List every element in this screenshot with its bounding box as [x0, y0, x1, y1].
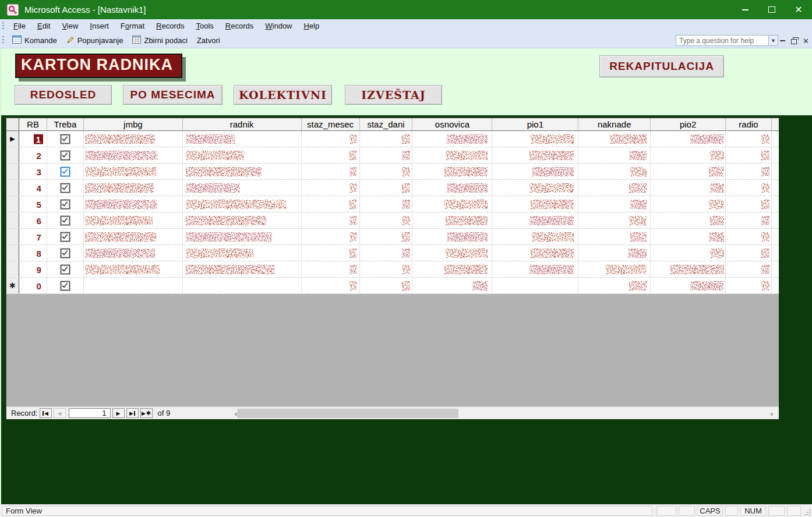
row-selector[interactable]	[6, 245, 19, 261]
column-header-radnik[interactable]: radnik	[183, 118, 302, 130]
treba-checkbox[interactable]	[60, 248, 70, 258]
treba-checkbox[interactable]	[60, 232, 70, 242]
current-record-indicator[interactable]: ▶	[6, 131, 19, 147]
close-button[interactable]: ✕	[785, 0, 812, 19]
treba-checkbox[interactable]	[60, 215, 70, 225]
cell-treba[interactable]	[47, 213, 84, 228]
help-dropdown-button[interactable]: ▼	[769, 35, 778, 46]
status-panel-empty	[787, 506, 801, 516]
row-selector[interactable]: ✱	[6, 278, 19, 293]
maximize-button[interactable]	[758, 0, 785, 19]
cell-rb[interactable]: 4	[19, 180, 47, 196]
help-search-input[interactable]	[676, 35, 769, 46]
treba-checkbox[interactable]	[60, 150, 70, 160]
treba-checkbox[interactable]	[60, 199, 70, 209]
menu-item-view[interactable]: View	[56, 19, 84, 33]
column-header-staz_mesec[interactable]: staz_mesec	[302, 118, 360, 130]
column-header-osnovica[interactable]: osnovica	[412, 118, 492, 130]
row-selector-header[interactable]	[6, 118, 19, 130]
row-selector[interactable]	[6, 180, 19, 196]
cell-rb[interactable]: 5	[19, 196, 47, 212]
menu-item-records[interactable]: Records	[220, 19, 259, 33]
menu-item-edit[interactable]: Edit	[31, 19, 56, 33]
current-record-input[interactable]: 1	[69, 408, 111, 418]
form-button-redosled[interactable]: REDOSLED	[15, 85, 112, 105]
treba-checkbox[interactable]	[60, 134, 70, 144]
column-header-pio2[interactable]: pio2	[651, 118, 726, 130]
table-row: 2	[6, 147, 779, 164]
treba-checkbox[interactable]	[60, 167, 70, 176]
row-selector[interactable]	[6, 147, 19, 163]
cell-treba[interactable]	[47, 245, 84, 261]
form-button-po-mesecima[interactable]: PO MESECIMA	[123, 85, 223, 105]
row-selector[interactable]	[6, 229, 19, 245]
toolbar-drag-handle[interactable]	[2, 36, 4, 45]
row-selector[interactable]	[6, 261, 19, 277]
cell-rb[interactable]: 1	[19, 131, 47, 147]
column-header-pio1[interactable]: pio1	[492, 118, 578, 130]
menubar-drag-handle[interactable]	[2, 22, 4, 31]
menu-item-help[interactable]: Help	[298, 19, 326, 33]
menu-item-format[interactable]: Format	[115, 19, 150, 33]
row-dust-noise	[84, 159, 775, 164]
cell-rb[interactable]: 2	[19, 147, 47, 163]
menu-item-insert[interactable]: Insert	[84, 19, 115, 33]
treba-checkbox[interactable]	[60, 183, 70, 193]
previous-record-button[interactable]: ◀	[54, 408, 66, 418]
scrollbar-thumb[interactable]	[237, 409, 458, 418]
next-record-button[interactable]: ▶	[112, 408, 125, 418]
mdi-close-icon[interactable]: ✕	[803, 37, 809, 45]
cell-rb[interactable]: 8	[19, 245, 47, 261]
menu-item-file[interactable]: File	[8, 19, 31, 33]
cell-rb[interactable]: 6	[19, 213, 47, 228]
cell-treba[interactable]	[47, 229, 84, 245]
toolbar-button-komande[interactable]: Komande	[8, 34, 62, 48]
column-header-staz_dani[interactable]: staz_dani	[360, 118, 413, 130]
toolbar-button-zbirni-podaci[interactable]: Zbirni podaci	[128, 34, 192, 48]
cell-rb[interactable]: 9	[19, 261, 47, 277]
cell-rb[interactable]: 3	[19, 164, 47, 179]
cell-treba[interactable]	[47, 196, 84, 212]
row-selector[interactable]	[6, 164, 19, 179]
column-header-radio[interactable]: radio	[726, 118, 772, 130]
row-selector[interactable]	[6, 213, 19, 228]
scroll-right-icon[interactable]: ›	[768, 408, 775, 419]
new-record-button[interactable]: ▶✱	[140, 408, 153, 418]
form-button-kolektivni[interactable]: KOLEKTIVNI	[234, 85, 332, 105]
row-selector[interactable]	[6, 196, 19, 212]
form-button-izveštaj[interactable]: IZVEŠTAJ	[345, 85, 442, 105]
rekapitulacija-button[interactable]: REKAPITULACIJA	[599, 55, 724, 77]
table-row: 3	[6, 164, 779, 180]
column-header-jmbg[interactable]: jmbg	[84, 118, 183, 130]
bar-icon	[134, 411, 135, 416]
toolbar-button-label: Popunjavanje	[77, 36, 123, 45]
rb-value: 6	[37, 215, 41, 225]
cell-treba[interactable]	[47, 147, 84, 163]
column-header-rb[interactable]: RB	[19, 118, 47, 130]
mdi-restore-icon[interactable]	[791, 39, 797, 44]
cell-treba[interactable]	[47, 180, 84, 196]
last-record-button[interactable]: ▶	[126, 408, 139, 418]
minimize-button[interactable]	[732, 0, 758, 19]
treba-checkbox[interactable]	[60, 264, 70, 274]
resize-grip[interactable]	[804, 509, 810, 515]
cell-treba[interactable]	[47, 261, 84, 277]
column-header-treba[interactable]: Treba	[47, 118, 84, 130]
menu-item-records[interactable]: Records	[150, 19, 190, 33]
cell-rb[interactable]: 7	[19, 229, 47, 245]
treba-checkbox[interactable]	[60, 281, 70, 291]
first-record-button[interactable]: ◀	[40, 408, 52, 418]
horizontal-scrollbar[interactable]: ‹ ›	[232, 408, 776, 419]
menu-item-window[interactable]: Window	[259, 19, 298, 33]
column-header-naknade[interactable]: naknade	[578, 118, 651, 130]
cell-rb[interactable]: 0	[19, 278, 47, 293]
menu-item-tools[interactable]: Tools	[190, 19, 219, 33]
mdi-minimize-icon[interactable]	[780, 40, 785, 41]
toolbar-button-zatvori[interactable]: Zatvori	[192, 34, 225, 48]
cell-treba[interactable]	[47, 164, 84, 179]
row-dust-noise	[84, 273, 775, 278]
cell-treba[interactable]	[47, 278, 84, 293]
toolbar-button-popunjavanje[interactable]: Popunjavanje	[62, 34, 128, 48]
rb-value: 8	[37, 248, 41, 258]
cell-treba[interactable]	[47, 131, 84, 147]
